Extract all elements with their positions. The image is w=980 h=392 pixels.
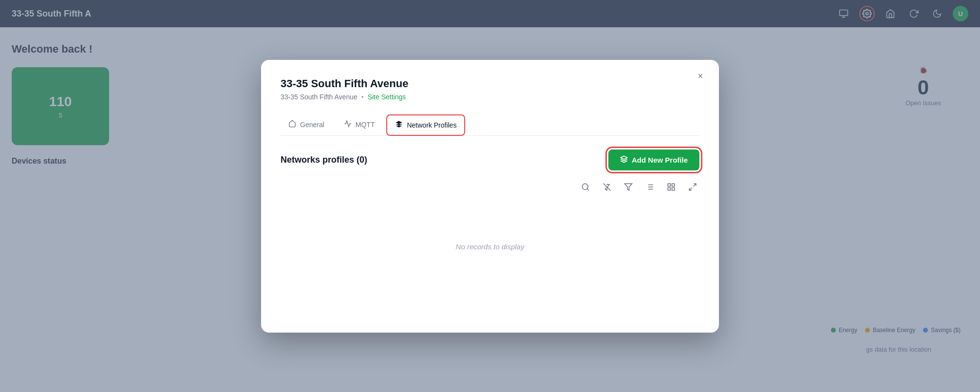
svg-line-17 (689, 187, 692, 190)
home-tab-icon (288, 120, 296, 130)
svg-rect-12 (668, 184, 670, 186)
grid-view-toolbar-button[interactable] (664, 180, 678, 194)
list-view-toolbar-button[interactable] (643, 180, 657, 194)
svg-marker-5 (625, 184, 632, 190)
tab-general-label: General (300, 121, 324, 129)
modal-subtitle-address: 33-35 South Fifth Avenue (281, 93, 358, 101)
empty-state: No records to display (281, 204, 699, 290)
modal-close-button[interactable]: × (694, 70, 707, 83)
svg-line-3 (587, 188, 588, 190)
svg-point-2 (582, 184, 588, 189)
modal: × 33-35 South Fifth Avenue 33-35 South F… (261, 60, 719, 333)
chart-tab-icon (344, 120, 352, 130)
svg-line-16 (694, 184, 696, 186)
network-tab-icon (395, 120, 403, 130)
modal-subtitle-separator: • (361, 93, 364, 101)
modal-tabs: General MQTT Network Profiles (281, 114, 699, 136)
toolbar-icons-row (281, 180, 699, 194)
svg-rect-13 (672, 184, 675, 186)
add-new-profile-button[interactable]: Add New Profile (608, 149, 699, 170)
expand-toolbar-button[interactable] (686, 180, 699, 194)
network-profiles-content: Networks profiles (0) Add New Profile (281, 149, 699, 290)
modal-title: 33-35 South Fifth Avenue (281, 77, 699, 90)
empty-state-message: No records to display (456, 243, 525, 251)
add-profile-icon (620, 155, 628, 165)
tab-mqtt-label: MQTT (356, 121, 375, 129)
search-toolbar-button[interactable] (579, 180, 592, 194)
network-profiles-title: Networks profiles (0) (281, 155, 367, 165)
tab-network-profiles-label: Network Profiles (407, 121, 456, 129)
filter-toolbar-button[interactable] (622, 180, 635, 194)
network-profiles-header: Networks profiles (0) Add New Profile (281, 149, 699, 170)
svg-rect-14 (672, 187, 675, 190)
tab-mqtt[interactable]: MQTT (336, 114, 383, 136)
add-new-profile-label: Add New Profile (632, 156, 688, 164)
tab-network-profiles[interactable]: Network Profiles (386, 114, 465, 136)
svg-rect-15 (668, 187, 670, 190)
modal-subtitle: 33-35 South Fifth Avenue • Site Settings (281, 93, 699, 101)
tab-general[interactable]: General (281, 114, 332, 136)
site-settings-link[interactable]: Site Settings (368, 93, 406, 101)
filter-off-toolbar-button[interactable] (600, 180, 614, 194)
